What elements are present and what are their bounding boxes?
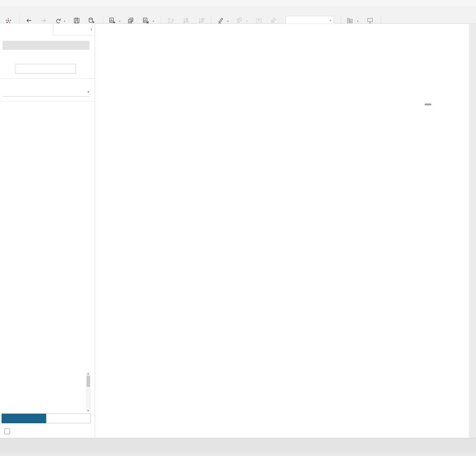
device-item-phone[interactable] xyxy=(2,51,89,60)
menu-bar xyxy=(0,0,476,6)
nulls-indicator-badge[interactable] xyxy=(425,103,431,105)
presentation-mode-icon[interactable] xyxy=(367,17,374,24)
redo-icon[interactable] xyxy=(55,17,62,24)
dashboard-canvas xyxy=(95,23,469,438)
status-bar xyxy=(0,453,476,456)
divider xyxy=(0,101,95,102)
scroll-down-icon[interactable]: ▼ xyxy=(87,409,89,412)
scroll-up-icon[interactable]: ▲ xyxy=(87,372,89,375)
show-hide-cards-icon[interactable] xyxy=(346,17,353,24)
size-caret-icon[interactable]: ▾ xyxy=(88,90,89,94)
add-datasource-icon[interactable] xyxy=(88,17,95,24)
left-panel: ‹ ▾ ▲ ▼ xyxy=(0,23,95,438)
highlight-icon[interactable] xyxy=(217,17,224,24)
forward-icon[interactable] xyxy=(40,17,47,24)
show-hide-cards-caret-icon[interactable]: ▾ xyxy=(357,20,359,23)
tiled-button[interactable] xyxy=(2,414,46,423)
sheet-tab-bar xyxy=(0,438,476,453)
device-preview-button[interactable] xyxy=(15,64,76,74)
format-link-icon[interactable] xyxy=(236,17,242,24)
tab-dashboard[interactable] xyxy=(0,23,53,35)
sort-descending-icon[interactable] xyxy=(198,17,205,24)
pin-icon[interactable] xyxy=(270,17,277,24)
clear-sheet-icon[interactable] xyxy=(142,17,149,24)
text-annotation-icon[interactable] xyxy=(255,17,262,24)
format-link-caret-icon[interactable]: ▾ xyxy=(246,20,248,23)
duplicate-sheet-icon[interactable] xyxy=(127,17,134,24)
tableau-logo-icon[interactable] xyxy=(5,17,12,24)
clear-sheet-caret-icon[interactable]: ▾ xyxy=(153,20,154,23)
back-icon[interactable] xyxy=(26,17,32,24)
swap-axes-icon[interactable] xyxy=(167,17,174,24)
show-dashboard-title-checkbox[interactable] xyxy=(4,429,10,434)
scrollbar-thumb[interactable] xyxy=(87,376,90,387)
device-item-default[interactable] xyxy=(2,41,89,50)
new-worksheet-icon[interactable] xyxy=(109,17,116,24)
sort-ascending-icon[interactable] xyxy=(182,17,189,24)
save-icon[interactable] xyxy=(73,17,80,24)
new-worksheet-caret-icon[interactable]: ▾ xyxy=(119,20,121,23)
fit-caret-icon[interactable]: ▾ xyxy=(330,19,331,22)
tab-layout[interactable] xyxy=(53,23,88,35)
floating-button[interactable] xyxy=(46,414,91,423)
redo-caret-icon[interactable]: ▾ xyxy=(64,20,65,23)
objects-scrollbar[interactable]: ▲ ▼ xyxy=(86,372,91,412)
size-dropdown[interactable]: ▾ xyxy=(3,88,90,97)
collapse-panel-icon[interactable]: ‹ xyxy=(88,23,95,35)
divider xyxy=(0,78,95,79)
toolbar: ▾ ▾ ▾ ▾ ▾ ▾ ▾ xyxy=(0,6,476,23)
highlight-caret-icon[interactable]: ▾ xyxy=(227,20,229,23)
